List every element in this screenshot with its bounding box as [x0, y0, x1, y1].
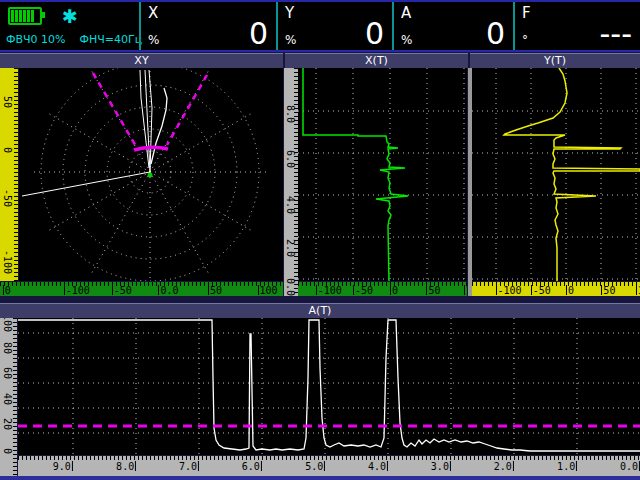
at-plot-canvas [18, 318, 640, 455]
xt-strip-chart-plot [298, 68, 467, 281]
at-h-tick-label: 9.0 [53, 461, 73, 472]
at-h-tick-label: 5.0 [305, 461, 325, 472]
xt-v-tick-label: 2.0 [284, 239, 295, 257]
at-horizontal-ruler: 9.08.07.06.05.04.03.02.01.00.0 [18, 456, 640, 476]
filter-settings: ФВЧ0 10% ФНЧ=40Гц [6, 33, 142, 46]
readout-f: F ° --- [513, 2, 640, 50]
at-h-tick-label: 2.0 [494, 461, 514, 472]
xy-v-tick-label: -100 [2, 250, 13, 274]
readout-f-label: F [522, 4, 531, 22]
panel-title-yt: Y(T) [470, 53, 640, 68]
at-h-tick-label: 8.0 [116, 461, 136, 472]
at-v-tick-label: 80 [1, 342, 12, 354]
tick-mark [324, 461, 325, 471]
panel-title-xt: X(T) [285, 53, 468, 68]
tick-mark [601, 285, 602, 295]
lp-filter-label: ФНЧ=40Гц [80, 33, 143, 46]
at-h-tick-label: 3.0 [431, 461, 451, 472]
panel-title-xy: XY [0, 53, 283, 68]
tick-mark [566, 285, 567, 295]
readout-f-value: --- [600, 19, 632, 49]
at-v-tick-label: 40 [1, 393, 12, 405]
at-h-tick-label: 1.0 [557, 461, 577, 472]
bottom-strip [0, 476, 640, 480]
yt-h-tick-label: 50 [601, 285, 615, 296]
tick-mark [353, 285, 354, 295]
xt-h-tick-label: 0 [390, 285, 398, 296]
yt-strip-chart-plot [472, 68, 640, 281]
tick-mark [112, 285, 113, 295]
readout-y: Y % 0 [276, 2, 392, 50]
at-v-tick-label: 100 [1, 318, 12, 332]
tick-mark [387, 461, 388, 471]
at-h-tick-label: 0.0 [620, 461, 640, 472]
readout-y-unit: % [285, 33, 296, 47]
tick-mark [513, 461, 514, 471]
at-amplitude-plot [18, 318, 640, 455]
xy-h-tick-label: 50 [208, 285, 222, 296]
at-v-tick-label: 60 [1, 367, 12, 379]
tick-mark [450, 461, 451, 471]
yt-h-tick-label: 100 [636, 285, 640, 296]
yt-h-tick-label: -100 [496, 285, 522, 296]
tick-mark [426, 285, 427, 295]
tick-mark [198, 461, 199, 471]
xy-v-tick-label: -50 [2, 189, 13, 207]
tick-mark [258, 285, 259, 295]
at-h-tick-label: 6.0 [242, 461, 262, 472]
at-h-tick-label: 7.0 [179, 461, 199, 472]
tick-mark [158, 285, 159, 295]
tick-mark [261, 461, 262, 471]
battery-icon [8, 7, 42, 25]
xy-impedance-plane-plot [19, 68, 283, 281]
at-h-tick-label: 4.0 [368, 461, 388, 472]
at-v-tick-label: 0 [1, 448, 12, 454]
xt-h-tick-label: -100 [316, 285, 342, 296]
readout-y-value: 0 [365, 19, 384, 49]
readout-x-label: X [148, 4, 158, 22]
top-readout-bar: ✱ ФВЧ0 10% ФНЧ=40Гц X % 0 Y % 0 A % 0 F … [0, 0, 640, 52]
tick-mark [72, 461, 73, 471]
panel-title-at: A(T) [0, 303, 640, 318]
xt-horizontal-ruler: -100-50050100 [298, 282, 467, 296]
xy-h-tick-label: -50 [112, 285, 132, 296]
xy-vertical-ruler: 500-50-100 [0, 68, 18, 281]
tick-mark [496, 285, 497, 295]
tick-mark [531, 285, 532, 295]
readout-a-label: A [401, 4, 411, 22]
xy-plot-canvas [19, 68, 283, 281]
status-cell: ✱ ФВЧ0 10% ФНЧ=40Гц [0, 2, 139, 50]
readout-x: X % 0 [139, 2, 276, 50]
yt-horizontal-ruler: -100-50050100 [472, 282, 640, 296]
readout-a: A % 0 [392, 2, 513, 50]
tick-mark [3, 285, 4, 295]
tick-mark [208, 285, 209, 295]
readout-x-unit: % [148, 33, 159, 47]
xt-vertical-ruler: 8.06.04.02.00.0 [284, 68, 298, 296]
xy-h-tick-label: 0 [3, 285, 11, 296]
tick-mark [64, 285, 65, 295]
readout-a-value: 0 [486, 19, 505, 49]
xt-v-tick-label: 4.0 [284, 196, 295, 214]
xt-v-tick-label: 0.0 [284, 278, 295, 296]
yt-h-tick-label: 0 [566, 285, 574, 296]
xy-horizontal-ruler: 0-100-500.050100 [0, 282, 283, 296]
tick-mark [135, 461, 136, 471]
freeze-icon: ✱ [62, 7, 78, 25]
at-v-tick-label: 20 [1, 418, 12, 430]
readout-f-unit: ° [522, 33, 528, 47]
readout-x-value: 0 [249, 19, 268, 49]
tick-mark [464, 285, 465, 295]
hp-filter-label: ФВЧ0 10% [6, 33, 66, 46]
xt-v-tick-label: 6.0 [284, 150, 295, 168]
yt-h-tick-label: -50 [531, 285, 551, 296]
xt-plot-canvas [298, 68, 467, 281]
xy-v-tick-label: 50 [2, 96, 13, 108]
tick-mark [390, 285, 391, 295]
xt-h-tick-label: 50 [426, 285, 440, 296]
at-vertical-ruler: 100806040200 [0, 318, 17, 476]
xy-v-tick-label: 0 [2, 147, 13, 153]
xt-v-tick-label: 8.0 [284, 105, 295, 123]
xt-h-tick-label: 100 [464, 285, 467, 296]
tick-mark [316, 285, 317, 295]
